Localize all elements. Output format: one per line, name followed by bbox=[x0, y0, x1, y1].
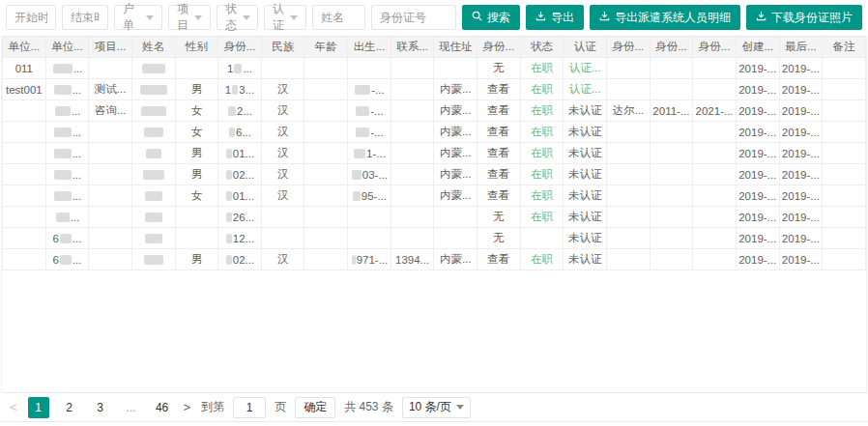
table-cell bbox=[131, 79, 175, 100]
view-link[interactable]: 查看 bbox=[487, 189, 509, 201]
id-number-input[interactable] bbox=[371, 5, 456, 30]
table-cell: 达尔... bbox=[606, 100, 650, 122]
view-link-cell[interactable]: 查看 bbox=[477, 164, 521, 185]
view-link[interactable]: 查看 bbox=[487, 253, 509, 265]
cell-text: 95-... bbox=[362, 190, 387, 202]
cell-text: 971-... bbox=[357, 254, 389, 266]
cell-text: ... bbox=[72, 169, 82, 181]
status-select[interactable]: 状态 bbox=[217, 5, 258, 30]
export-button[interactable]: 导出 bbox=[526, 5, 584, 30]
table-cell: 在职 bbox=[520, 79, 564, 100]
project-select[interactable]: 项目 bbox=[168, 5, 211, 30]
table-cell bbox=[131, 207, 175, 228]
table-cell: 内蒙... bbox=[434, 143, 477, 164]
view-link[interactable]: 查看 bbox=[487, 168, 509, 180]
column-header: 最后... bbox=[779, 37, 823, 58]
column-header: 身份... bbox=[477, 37, 521, 58]
personnel-table: 单位...单位...项目...姓名性别身份...民族年龄出生...联系...现住… bbox=[2, 36, 866, 270]
table-cell bbox=[391, 143, 434, 164]
table-cell: ... bbox=[45, 79, 89, 100]
table-cell: 2019-... bbox=[779, 164, 823, 185]
goto-page-unit: 页 bbox=[275, 399, 286, 415]
table-cell bbox=[606, 143, 650, 164]
redacted-text bbox=[228, 106, 236, 116]
download-id-photos-button[interactable]: 下载身份证照片 bbox=[746, 5, 862, 30]
view-link-cell[interactable]: 查看 bbox=[477, 100, 521, 122]
table-cell: 内蒙... bbox=[434, 100, 477, 122]
page-button-1[interactable]: 1 bbox=[28, 397, 49, 418]
page-button-2[interactable]: 2 bbox=[59, 397, 80, 418]
customer-unit-select[interactable]: 客户单位 bbox=[114, 5, 162, 30]
view-link-cell[interactable]: 查看 bbox=[477, 185, 521, 207]
cell-text: 在职 bbox=[531, 168, 553, 180]
view-link-cell[interactable]: 查看 bbox=[477, 122, 521, 143]
cell-text: -... bbox=[371, 84, 384, 96]
view-link[interactable]: 查看 bbox=[487, 83, 509, 95]
end-time-input[interactable] bbox=[62, 5, 108, 30]
table-cell bbox=[3, 100, 46, 122]
page-size-select[interactable]: 10 条/页 bbox=[402, 397, 471, 418]
table-cell bbox=[606, 249, 650, 270]
redacted-text bbox=[356, 128, 369, 137]
search-button[interactable]: 搜索 bbox=[462, 5, 520, 30]
cell-text: 2019-... bbox=[738, 254, 776, 266]
goto-page-label: 到第 bbox=[201, 399, 224, 415]
name-input[interactable] bbox=[312, 5, 365, 30]
cell-text: 2019-... bbox=[782, 233, 820, 244]
table-cell: 汉 bbox=[261, 164, 304, 185]
table-cell bbox=[89, 58, 132, 79]
page-button-46[interactable]: 46 bbox=[152, 397, 173, 418]
view-link[interactable]: 查看 bbox=[487, 104, 509, 116]
goto-confirm-button[interactable]: 确定 bbox=[295, 397, 335, 418]
redacted-text bbox=[226, 213, 232, 222]
cell-text: 未认证 bbox=[568, 253, 602, 265]
table-cell bbox=[391, 79, 434, 100]
view-link-cell[interactable]: 查看 bbox=[477, 79, 521, 100]
filter-bar: 客户单位 项目 状态 认证 搜索 bbox=[0, 0, 868, 34]
table-cell: 2019-... bbox=[736, 185, 779, 207]
pagination-bar: < 123...46 > 到第 页 确定 共 453 条 10 条/页 bbox=[0, 393, 868, 422]
table-cell: 未认证 bbox=[564, 100, 607, 122]
table-cell: 汉 bbox=[261, 100, 304, 122]
cell-text: 2019-... bbox=[782, 127, 820, 138]
export-dispatch-detail-button[interactable]: 导出派遣系统人员明细 bbox=[590, 5, 740, 30]
prev-page-button[interactable]: < bbox=[8, 400, 19, 414]
cell-text: 2019-... bbox=[782, 190, 820, 202]
cell-text: 02... bbox=[233, 169, 254, 181]
redacted-text bbox=[226, 255, 232, 265]
table-row: ...女6...汉-...内蒙...查看在职未认证2019-...2019-..… bbox=[3, 122, 866, 143]
cell-text: 汉 bbox=[277, 168, 289, 180]
view-link[interactable]: 查看 bbox=[487, 147, 509, 158]
cell-text: ... bbox=[72, 84, 82, 96]
cell-text: 内蒙... bbox=[440, 147, 472, 158]
cell-text: 1 bbox=[227, 63, 233, 74]
table-cell bbox=[391, 228, 434, 249]
table-cell: 内蒙... bbox=[434, 185, 477, 207]
next-page-button[interactable]: > bbox=[182, 400, 193, 414]
table-cell bbox=[391, 100, 434, 122]
cell-text: 2011-... bbox=[652, 105, 689, 117]
table-cell: 在职 bbox=[520, 249, 564, 270]
table-cell bbox=[434, 207, 477, 228]
page-button-3[interactable]: 3 bbox=[90, 397, 111, 418]
cell-text: 02... bbox=[233, 254, 254, 266]
view-link-cell[interactable]: 查看 bbox=[477, 249, 521, 270]
table-cell: 2019-... bbox=[779, 228, 823, 249]
cell-text: 在职 bbox=[531, 62, 553, 73]
table-cell bbox=[650, 58, 693, 79]
table-cell: 在职 bbox=[520, 100, 564, 122]
certification-select[interactable]: 认证 bbox=[264, 5, 306, 30]
table-cell: 1394... bbox=[391, 249, 434, 270]
cell-text: 2021-... bbox=[696, 105, 734, 117]
table-cell bbox=[823, 79, 866, 100]
view-link-cell[interactable]: 查看 bbox=[477, 143, 521, 164]
view-link[interactable]: 查看 bbox=[487, 126, 509, 137]
table-cell: 13... bbox=[218, 79, 262, 100]
table-cell: 无 bbox=[477, 207, 521, 228]
cell-text: 咨询... bbox=[95, 104, 127, 116]
start-time-input[interactable] bbox=[6, 5, 56, 30]
redacted-text bbox=[229, 128, 235, 137]
table-row: 6...男02...汉971-...1394...内蒙...查看在职未认证201… bbox=[3, 249, 866, 270]
table-cell bbox=[131, 58, 175, 79]
goto-page-input[interactable] bbox=[233, 397, 266, 418]
